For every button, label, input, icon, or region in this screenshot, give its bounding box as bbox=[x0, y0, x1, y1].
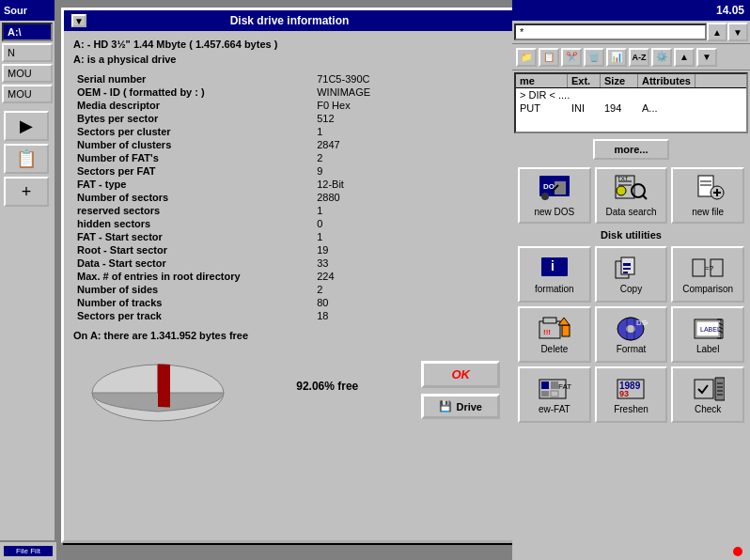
field-value: 1 bbox=[313, 230, 509, 243]
red-indicator bbox=[733, 547, 742, 556]
toolbar-btn-4[interactable]: 🗑️ bbox=[584, 48, 604, 67]
svg-point-35 bbox=[626, 325, 635, 333]
svg-text:i: i bbox=[551, 258, 555, 273]
field-label: Number of tracks bbox=[73, 296, 313, 309]
field-value: 2 bbox=[313, 283, 509, 296]
field-value: 0 bbox=[313, 217, 509, 230]
field-label: FAT - type bbox=[73, 178, 313, 191]
copy-btn[interactable]: Copy bbox=[595, 246, 668, 303]
information-icon: i bbox=[538, 256, 571, 284]
table-row: Sectors per cluster1 bbox=[73, 125, 509, 138]
more-button[interactable]: more... bbox=[593, 139, 668, 160]
top-icon-grid: DOS new DOS TXT Data search bbox=[512, 163, 750, 227]
label-btn[interactable]: LABEL Label bbox=[671, 306, 744, 363]
disk-info-dialog: ▼ Disk drive information A: - HD 3½" 1.4… bbox=[61, 8, 522, 543]
disk-info-table: Serial number71C5-390COEM - ID ( formatt… bbox=[73, 72, 509, 322]
table-row: Media descriptorF0 Hex bbox=[73, 99, 509, 112]
toolbar-scroll-down-2[interactable]: ▼ bbox=[696, 48, 717, 67]
sidebar-drive-item[interactable]: A:\ bbox=[2, 23, 53, 41]
file-row-1[interactable]: PUT INI 194 A... bbox=[516, 101, 746, 115]
field-value: 2880 bbox=[313, 191, 509, 204]
search-input[interactable] bbox=[514, 23, 707, 40]
file-dir-row[interactable]: > DIR < .... bbox=[516, 88, 746, 101]
new-file-btn[interactable]: new file bbox=[671, 167, 744, 224]
sidebar-icon-btn-1[interactable]: ▶ bbox=[4, 111, 49, 141]
sidebar-icon-1: ▶ bbox=[20, 116, 33, 136]
right-panel: 📁 AM ▼ ● ▲ ▼ 📁 📋 ✂️ 🗑️ 📊 A-Z ⚙️ bbox=[512, 0, 750, 560]
toolbar-btn-az[interactable]: A-Z bbox=[629, 48, 649, 67]
information-label: formation bbox=[535, 284, 574, 294]
dialog-titlebar: ▼ Disk drive information bbox=[64, 10, 519, 31]
new-fat-btn[interactable]: FAT ew-FAT bbox=[518, 366, 591, 423]
svg-text:!!!: !!! bbox=[543, 328, 551, 336]
delete-label: Delete bbox=[540, 344, 568, 354]
field-label: Root - Start sector bbox=[73, 243, 313, 257]
table-row: OEM - ID ( formatted by : )WINIMAGE bbox=[73, 86, 509, 99]
toolbar-btn-1[interactable]: 📁 bbox=[516, 48, 537, 67]
right-toolbar: 📁 📋 ✂️ 🗑️ 📊 A-Z ⚙️ ▲ ▼ bbox=[512, 44, 750, 70]
comparison-btn[interactable]: =? Comparison bbox=[671, 246, 744, 303]
field-label: Sectors per track bbox=[73, 309, 313, 322]
check-btn[interactable]: Check bbox=[671, 366, 744, 423]
drive-button[interactable]: 💾 Drive bbox=[421, 394, 500, 419]
col-name: me bbox=[516, 74, 568, 87]
copy-icon bbox=[614, 256, 648, 284]
format-btn[interactable]: DSQ Format bbox=[595, 306, 668, 363]
table-row: hidden sectors0 bbox=[73, 217, 509, 230]
format-label: Format bbox=[617, 344, 647, 354]
toolbar-scroll-up-2[interactable]: ▲ bbox=[674, 48, 695, 67]
sidebar-item-n[interactable]: N bbox=[2, 43, 53, 62]
svg-text:FAT: FAT bbox=[558, 382, 571, 391]
drive-icon: 💾 bbox=[439, 400, 452, 412]
dialog-close-button[interactable]: ▼ bbox=[71, 14, 86, 27]
sidebar-icon-3: + bbox=[22, 182, 32, 202]
toolbar-btn-3[interactable]: ✂️ bbox=[561, 48, 582, 67]
toolbar-btn-settings[interactable]: ⚙️ bbox=[651, 48, 672, 67]
field-value: 224 bbox=[313, 270, 509, 283]
field-label: Data - Start sector bbox=[73, 257, 313, 270]
svg-rect-42 bbox=[541, 381, 549, 389]
drive-header-line1: A: - HD 3½" 1.44 Mbyte ( 1.457.664 bytes… bbox=[73, 39, 509, 50]
svg-line-11 bbox=[643, 195, 647, 199]
left-bottom-section: File Filt bbox=[0, 540, 56, 560]
field-value: 2 bbox=[313, 151, 509, 164]
new-dos-btn[interactable]: DOS new DOS bbox=[518, 167, 591, 224]
sidebar-item-mou1[interactable]: MOU bbox=[2, 64, 53, 83]
field-value: 71C5-390C bbox=[313, 72, 509, 86]
search-scroll-up[interactable]: ▲ bbox=[707, 23, 727, 41]
free-percent-label: 92.06% free bbox=[296, 380, 358, 393]
sidebar-icon-btn-3[interactable]: + bbox=[4, 177, 49, 207]
svg-text:DSQ: DSQ bbox=[636, 319, 648, 327]
settings-icon: ⚙️ bbox=[656, 52, 667, 62]
toolbar-btn-2[interactable]: 📋 bbox=[539, 48, 559, 67]
ok-button[interactable]: OK bbox=[421, 361, 500, 388]
svg-rect-26 bbox=[693, 259, 705, 276]
new-file-icon bbox=[691, 174, 725, 205]
file-list-header: me Ext. Size Attributes bbox=[516, 74, 746, 88]
toolbar-icon-3: ✂️ bbox=[566, 52, 577, 62]
field-value: 1 bbox=[313, 125, 509, 138]
delete-btn[interactable]: !!! Delete bbox=[518, 306, 591, 363]
dir-indicator: > DIR < .... bbox=[520, 89, 742, 101]
svg-rect-44 bbox=[541, 391, 549, 397]
data-search-icon: TXT bbox=[614, 174, 648, 205]
field-value: 2847 bbox=[313, 138, 509, 151]
sidebar-icon-btn-2[interactable]: 📋 bbox=[4, 144, 49, 174]
search-scroll-down[interactable]: ▼ bbox=[727, 23, 748, 41]
svg-rect-24 bbox=[623, 268, 631, 270]
information-btn[interactable]: i formation bbox=[518, 246, 591, 303]
table-row: Sectors per FAT9 bbox=[73, 164, 509, 178]
freshen-btn[interactable]: 1989 93 Freshen bbox=[595, 366, 668, 423]
svg-text:TXT: TXT bbox=[617, 176, 629, 181]
data-search-btn[interactable]: TXT Data search bbox=[595, 167, 668, 224]
comparison-icon: =? bbox=[691, 256, 725, 284]
dialog-content: A: - HD 3½" 1.44 Mbyte ( 1.457.664 bytes… bbox=[64, 31, 519, 437]
table-row: Number of sides2 bbox=[73, 283, 509, 296]
dialog-buttons: OK 💾 Drive bbox=[421, 361, 500, 419]
field-value: 18 bbox=[313, 309, 509, 322]
file-size-1: 194 bbox=[604, 102, 642, 114]
toolbar-btn-5[interactable]: 📊 bbox=[606, 48, 627, 67]
sidebar-item-mou2[interactable]: MOU bbox=[2, 85, 53, 103]
svg-marker-51 bbox=[715, 378, 725, 400]
field-label: Max. # of entries in root directory bbox=[73, 270, 313, 283]
